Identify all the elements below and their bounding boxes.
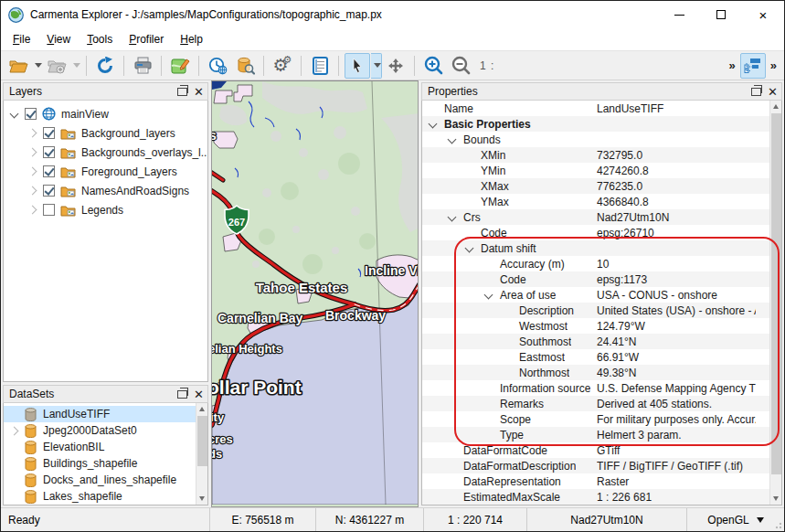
collapsed-chevron-icon[interactable]	[28, 186, 37, 196]
scroll-down-arrow[interactable]	[196, 493, 207, 505]
scale-input-label[interactable]: 1 :	[480, 59, 494, 72]
resize-grip[interactable]	[773, 520, 782, 529]
expanded-chevron-icon[interactable]	[10, 110, 19, 119]
layer-tree-row[interactable]: NamesAndRoadSigns	[4, 181, 207, 200]
layer-tree-row[interactable]: Foreground_Layers	[4, 162, 207, 181]
zoom-out-button[interactable]	[448, 53, 473, 79]
property-row[interactable]: NameLandUseTIFF	[422, 101, 769, 116]
property-row[interactable]: DataFormatCodeGTiff	[422, 442, 769, 458]
property-row[interactable]: Codeepsg:1173	[422, 271, 769, 287]
select-tool-button[interactable]	[345, 53, 370, 79]
open-map-button[interactable]	[5, 53, 31, 79]
renderer-dropdown[interactable]: OpenGL	[686, 508, 784, 531]
property-row[interactable]: Eastmost66.91°W	[422, 349, 769, 365]
dataset-list-item[interactable]: LandUseTIFF	[4, 406, 196, 422]
browse-data-button[interactable]	[232, 53, 258, 79]
toggle-panels-button[interactable]	[740, 53, 766, 79]
scroll-thumb[interactable]	[771, 113, 781, 474]
float-panel-icon[interactable]	[751, 88, 761, 96]
close-button[interactable]: ×	[742, 1, 784, 28]
property-row[interactable]: XMin732795.0	[422, 147, 769, 163]
property-row[interactable]: CrsNad27Utm10N	[422, 209, 769, 225]
add-dataset-dropdown[interactable]	[70, 53, 81, 79]
float-panel-icon[interactable]	[177, 88, 187, 96]
property-row[interactable]: Southmost24.41°N	[422, 334, 769, 349]
toolbar-overflow-chevron-2[interactable]: »	[767, 59, 780, 72]
minimize-button[interactable]	[658, 1, 700, 28]
scroll-up-arrow[interactable]	[770, 101, 781, 112]
toolbar-overflow-chevron[interactable]: »	[726, 59, 739, 72]
scroll-thumb[interactable]	[197, 416, 207, 466]
property-row[interactable]: Information sourceU.S. Defense Mapping A…	[422, 380, 769, 396]
property-row[interactable]: YMax4366840.8	[422, 194, 769, 209]
property-value: 4274260.8	[597, 165, 756, 177]
property-row[interactable]: DataRepresentationRaster	[422, 473, 769, 489]
property-row[interactable]: Basic Properties	[422, 116, 769, 132]
log-button[interactable]	[307, 53, 333, 79]
property-row[interactable]: Northmost49.38°N	[422, 365, 769, 380]
dataset-list-item[interactable]: Lakes_shapefile	[4, 488, 196, 505]
layer-visibility-checkbox[interactable]	[43, 146, 55, 158]
collapsed-chevron-icon[interactable]	[28, 148, 37, 157]
property-row[interactable]: TypeHelmert 3 param.	[422, 427, 769, 442]
property-row[interactable]: DescriptionUnited States (USA) - onshore…	[422, 303, 769, 318]
property-row[interactable]: ScopeFor military purposes only. Accur..…	[422, 411, 769, 427]
properties-scrollbar[interactable]	[769, 101, 781, 505]
layer-tree-row[interactable]: mainView	[4, 104, 207, 123]
menu-item-tools[interactable]: Tools	[79, 30, 121, 48]
property-row[interactable]: RemarksDerived at 405 stations.	[422, 396, 769, 411]
dataset-list-item[interactable]: Jpeg2000DataSet0	[4, 422, 196, 439]
dataset-list-item[interactable]: ElevationBIL	[4, 439, 196, 455]
add-dataset-button[interactable]	[44, 53, 69, 79]
property-row[interactable]: Codeepsg:26710	[422, 225, 769, 240]
menu-item-profiler[interactable]: Profiler	[121, 30, 172, 48]
float-panel-icon[interactable]	[177, 390, 187, 399]
maximize-button[interactable]	[700, 1, 742, 28]
layers-panel-title: Layers ✕	[3, 82, 208, 101]
layer-tree-row[interactable]: Backgrounds_overlays_l...	[4, 143, 207, 162]
property-row[interactable]: Area of useUSA - CONUS - onshore	[422, 287, 769, 303]
time-settings-button[interactable]	[205, 53, 230, 79]
open-map-dropdown[interactable]	[32, 53, 43, 79]
property-row[interactable]: YMin4274260.8	[422, 163, 769, 178]
collapsed-chevron-icon[interactable]	[10, 426, 19, 435]
property-row[interactable]: Accuracy (m)10	[422, 256, 769, 271]
layer-visibility-checkbox[interactable]	[25, 108, 37, 120]
datasets-title-label: DataSets	[9, 388, 177, 400]
pan-tool-button[interactable]	[383, 53, 408, 79]
property-row[interactable]: Datum shift	[422, 240, 769, 256]
dataset-list-item[interactable]: Docks_and_lines_shapefile	[4, 472, 196, 488]
settings-button[interactable]: ⚙⚙	[270, 53, 295, 79]
layer-visibility-checkbox[interactable]	[43, 185, 55, 197]
layer-tree-row[interactable]: Background_layers	[4, 123, 207, 143]
layer-visibility-checkbox[interactable]	[43, 127, 55, 139]
scroll-down-arrow[interactable]	[770, 493, 781, 505]
menu-item-help[interactable]: Help	[172, 30, 211, 48]
property-row[interactable]: EstimatedMaxScale1 : 226 681	[422, 489, 769, 505]
collapsed-chevron-icon[interactable]	[28, 167, 37, 176]
layer-visibility-checkbox[interactable]	[43, 165, 55, 177]
property-row[interactable]: DataFormatDescriptionTIFF / BigTIFF / Ge…	[422, 458, 769, 473]
layer-visibility-checkbox[interactable]	[43, 204, 55, 216]
menu-item-file[interactable]: File	[5, 30, 38, 48]
select-tool-dropdown[interactable]	[371, 53, 382, 79]
scroll-up-arrow[interactable]	[196, 403, 207, 415]
print-button[interactable]	[130, 53, 155, 79]
collapsed-chevron-icon[interactable]	[28, 129, 37, 138]
dataset-label: Docks_and_lines_shapefile	[43, 473, 176, 486]
close-panel-icon[interactable]: ✕	[194, 388, 204, 400]
datasets-scrollbar[interactable]	[196, 403, 207, 505]
property-row[interactable]: Westmost124.79°W	[422, 318, 769, 334]
property-row[interactable]: Bounds	[422, 132, 769, 147]
property-row[interactable]: XMax776235.0	[422, 178, 769, 194]
edit-configuration-button[interactable]	[167, 53, 193, 79]
map-view[interactable]: 267 sTahoe EstatesIncline ViCarnelian Ba…	[211, 80, 419, 507]
collapsed-chevron-icon[interactable]	[28, 206, 37, 215]
dataset-list-item[interactable]: Buildings_shapefile	[4, 455, 196, 472]
close-panel-icon[interactable]: ✕	[194, 86, 204, 98]
zoom-in-button[interactable]	[420, 53, 446, 79]
layer-tree-row[interactable]: Legends	[4, 200, 207, 219]
menu-item-view[interactable]: View	[38, 30, 79, 48]
close-panel-icon[interactable]: ✕	[768, 86, 778, 98]
reload-button[interactable]	[92, 53, 118, 79]
